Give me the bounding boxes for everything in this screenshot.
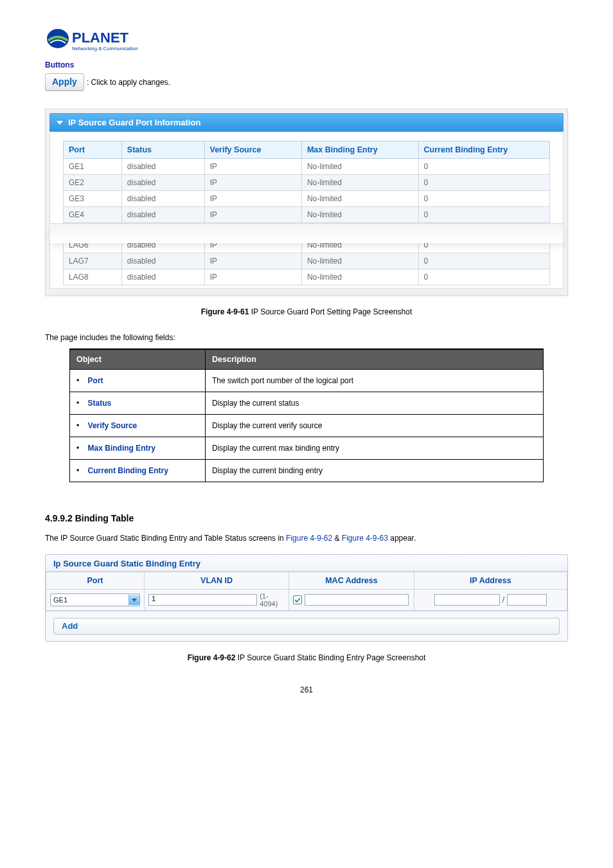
ipsg-static-binding-panel: Ip Source Guard Static Binding Entry Por…	[45, 554, 568, 642]
table-row: LAG7disabledIPNo-limited0	[64, 253, 550, 269]
apply-button[interactable]: Apply	[45, 73, 84, 91]
table-row: • Max Binding EntryDisplay the current m…	[70, 437, 544, 460]
brand-tagline: Networking & Communication	[72, 46, 138, 51]
apply-description: : Click to apply changes.	[87, 78, 170, 87]
object-desc: Display the current binding entry	[206, 460, 544, 482]
table-row: GE3disabledIPNo-limited0	[64, 191, 550, 207]
ip-address-input-a[interactable]	[434, 594, 500, 606]
cell-cur: 0	[418, 269, 549, 285]
panel-header[interactable]: IP Source Guard Port Information	[49, 113, 564, 132]
table-row: LAG8disabledIPNo-limited0	[64, 269, 550, 285]
object-label: Current Binding Entry	[88, 466, 168, 475]
object-description-table: Object Description • PortThe switch port…	[69, 348, 544, 482]
cell-max: No-limited	[301, 207, 418, 223]
cell-max: No-limited	[301, 159, 418, 175]
cell-max: No-limited	[301, 269, 418, 285]
chevron-down-icon	[57, 121, 63, 125]
obj-header-desc: Description	[206, 349, 544, 370]
panel-title: IP Source Guard Port Information	[68, 118, 200, 127]
object-label: Status	[88, 399, 112, 408]
cell-verify: IP	[204, 175, 301, 191]
cell-verify: IP	[204, 253, 301, 269]
port-info-table-bottom: LAG6disabledIPNo-limited0LAG7disabledIPN…	[63, 237, 550, 285]
bt-pre: The IP Source Guard Static Binding Entry…	[45, 534, 286, 543]
figure-label-1: Figure 4-9-61	[201, 307, 249, 316]
vlan-id-input[interactable]: 1	[148, 594, 257, 606]
ipsg-col-vlan: VLAN ID	[145, 572, 289, 590]
object-desc: Display the current status	[206, 392, 544, 415]
bullet-icon: •	[76, 399, 79, 408]
figure-link-2[interactable]: Figure 4-9-63	[342, 534, 388, 543]
cell-port: LAG8	[64, 269, 122, 285]
ipsg-col-ip: IP Address	[414, 572, 567, 590]
bullet-icon: •	[76, 376, 79, 385]
table-row: • Verify SourceDisplay the current verif…	[70, 415, 544, 437]
table-row: • PortThe switch port number of the logi…	[70, 370, 544, 392]
object-name: • Status	[70, 392, 206, 415]
object-desc: Display the current max binding entry	[206, 437, 544, 460]
cell-max: No-limited	[301, 175, 418, 191]
obj-header-object: Object	[70, 349, 206, 370]
cell-port: GE1	[64, 159, 122, 175]
buttons-heading: Buttons	[45, 60, 568, 69]
cell-port: GE4	[64, 207, 122, 223]
ip-separator: /	[502, 595, 504, 604]
col-verify-source: Verify Source	[204, 141, 301, 159]
object-name: • Current Binding Entry	[70, 460, 206, 482]
table-row: • StatusDisplay the current status	[70, 392, 544, 415]
cell-status: disabled	[121, 253, 204, 269]
mac-enable-checkbox[interactable]	[293, 595, 302, 604]
figure-desc-1: IP Source Guard Port Setting Page Screen…	[249, 307, 412, 316]
col-port: Port	[64, 141, 122, 159]
object-label: Max Binding Entry	[88, 444, 155, 453]
ipsg-title: Ip Source Guard Static Binding Entry	[46, 555, 567, 572]
object-name: • Port	[70, 370, 206, 392]
ipsg-port-info-panel: IP Source Guard Port Information Port St…	[45, 109, 568, 296]
cell-verify: IP	[204, 159, 301, 175]
bullet-icon: •	[76, 421, 79, 430]
brand-logo: PLANET Networking & Communication	[45, 23, 568, 55]
object-name: • Verify Source	[70, 415, 206, 437]
page-number: 261	[45, 685, 568, 707]
table-row: GE1disabledIPNo-limited0	[64, 159, 550, 175]
cell-cur: 0	[418, 253, 549, 269]
cell-verify: IP	[204, 269, 301, 285]
cell-status: disabled	[121, 175, 204, 191]
add-button[interactable]: Add	[53, 618, 560, 635]
object-desc: Display the current verify source	[206, 415, 544, 437]
cell-cur: 0	[418, 207, 549, 223]
object-label: Verify Source	[88, 421, 138, 430]
port-select[interactable]: GE1	[50, 593, 140, 606]
cell-cur: 0	[418, 159, 549, 175]
binding-table-intro: The IP Source Guard Static Binding Entry…	[45, 534, 568, 543]
cell-port: GE2	[64, 175, 122, 191]
figure-link-1[interactable]: Figure 4-9-62	[286, 534, 332, 543]
cell-verify: IP	[204, 191, 301, 207]
figure-caption-1: Figure 4-9-61 IP Source Guard Port Setti…	[45, 307, 568, 316]
ipsg-col-port: Port	[46, 572, 145, 590]
figure-desc-2: IP Source Guard Static Binding Entry Pag…	[235, 653, 425, 662]
cell-cur: 0	[418, 191, 549, 207]
object-label: Port	[88, 376, 103, 385]
cell-status: disabled	[121, 159, 204, 175]
port-info-table-top: Port Status Verify Source Max Binding En…	[63, 141, 550, 223]
cell-port: GE3	[64, 191, 122, 207]
bt-post: appear.	[388, 534, 416, 543]
table-row: • Current Binding EntryDisplay the curre…	[70, 460, 544, 482]
bt-amp: &	[332, 534, 342, 543]
col-current-binding: Current Binding Entry	[418, 141, 549, 159]
object-desc: The switch port number of the logical po…	[206, 370, 544, 392]
cell-cur: 0	[418, 175, 549, 191]
mac-address-input[interactable]	[305, 594, 409, 606]
cell-verify: IP	[204, 207, 301, 223]
col-max-binding: Max Binding Entry	[301, 141, 418, 159]
ipsg-col-mac: MAC Address	[289, 572, 414, 590]
brand-text: PLANET	[72, 30, 129, 46]
cell-port: LAG7	[64, 253, 122, 269]
fields-intro: The page includes the following fields:	[45, 333, 568, 342]
table-row: GE2disabledIPNo-limited0	[64, 175, 550, 191]
ip-address-input-b[interactable]	[507, 594, 547, 606]
chevron-down-icon	[129, 595, 139, 605]
col-status: Status	[121, 141, 204, 159]
cell-max: No-limited	[301, 191, 418, 207]
